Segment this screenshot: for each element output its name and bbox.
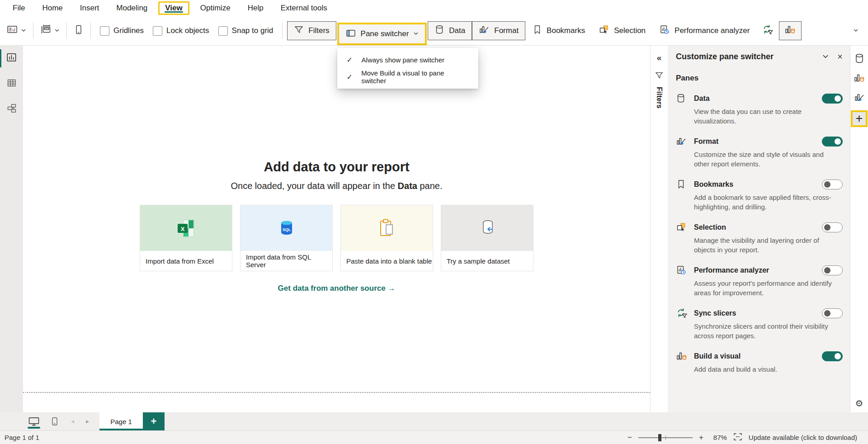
data-pane-toggle[interactable] [822, 94, 843, 104]
menu-item-file[interactable]: File [6, 2, 31, 14]
menu-item-view[interactable]: View [158, 1, 189, 15]
selection-pane-toggle[interactable] [822, 222, 843, 232]
menu-bar: File Home Insert Modeling View Optimize … [0, 0, 868, 16]
pane-item-description: Synchronize slicers and control their vi… [694, 321, 836, 340]
selection-button[interactable]: Selection [592, 21, 652, 40]
format-brush-icon [479, 24, 490, 38]
menu-item-optimize[interactable]: Optimize [194, 2, 237, 14]
card-label: Import data from SQL Server [241, 251, 332, 271]
card-label: Import data from Excel [140, 251, 232, 271]
format-brush-icon [676, 136, 688, 147]
next-page-arrow[interactable]: ► [80, 412, 95, 430]
chevron-down-icon [413, 29, 419, 38]
dropdown-item-move-build-a-visual[interactable]: ✓ Move Build a visual to pane switcher [337, 68, 478, 85]
dropdown-item-always-show-pane-switcher[interactable]: ✓ Always show pane switcher [337, 51, 478, 68]
bookmarks-button[interactable]: Bookmarks [525, 21, 592, 40]
menu-item-home[interactable]: Home [36, 2, 69, 14]
report-view-button[interactable] [3, 49, 20, 66]
format-pane-toggle[interactable] [822, 137, 843, 146]
zoom-in-button[interactable]: + [699, 434, 703, 441]
zoom-slider-thumb[interactable] [658, 434, 661, 441]
data-pane-strip-button[interactable] [852, 52, 867, 66]
build-a-visual-pane-toggle[interactable] [822, 351, 843, 361]
collapse-ribbon-chevron[interactable] [848, 24, 863, 38]
sync-slicers-pane-toggle[interactable] [822, 308, 843, 318]
sample-dataset-card[interactable]: Try a sample dataset [441, 205, 533, 271]
checkbox-box [218, 26, 228, 36]
card-label: Paste data into a blank table [341, 251, 433, 271]
page-tab[interactable]: Page 1 [99, 412, 143, 430]
import-sql-card[interactable]: SQL Import data from SQL Server [240, 205, 333, 271]
data-pane-toggle-button[interactable]: Data [428, 21, 472, 40]
mobile-view-button[interactable] [44, 412, 65, 430]
bookmarks-pane-toggle[interactable] [822, 179, 843, 189]
themes-button[interactable]: Aa [5, 23, 28, 39]
paste-data-card[interactable]: Paste data into a blank table [340, 205, 433, 271]
update-available-link[interactable]: Update available (click to download) [749, 434, 857, 441]
pane-item-name: Sync slicers [694, 309, 822, 317]
menu-item-modeling[interactable]: Modeling [110, 2, 154, 14]
lock-objects-checkbox[interactable]: Lock objects [153, 26, 209, 36]
table-view-button[interactable] [3, 75, 20, 92]
pane-item-name: Performance analyzer [694, 266, 822, 274]
card-label: Try a sample dataset [441, 251, 533, 271]
performance-analyzer-button[interactable]: Performance analyzer [652, 21, 756, 40]
filters-toggle-button[interactable]: Filters [287, 21, 336, 40]
zoom-out-button[interactable]: − [627, 434, 632, 441]
clipboard-icon [341, 205, 433, 251]
panel-collapse-chevron-icon[interactable] [822, 53, 829, 60]
pane-item-description: View the data you can use to create visu… [694, 107, 836, 126]
canvas-title: Add data to your report [264, 160, 409, 175]
powerbi-window: File Home Insert Modeling View Optimize … [0, 0, 868, 444]
selection-label: Selection [614, 26, 646, 35]
zoom-slider[interactable] [638, 437, 693, 438]
build-a-visual-strip-button[interactable] [852, 71, 867, 85]
panel-close-icon[interactable]: × [837, 52, 843, 61]
pane-item-build-a-visual: Build a visual Add data and build a visu… [676, 351, 843, 374]
mobile-layout-button[interactable] [71, 23, 86, 39]
ribbon-divider [66, 23, 67, 39]
selection-cursor-icon [676, 222, 688, 233]
add-pane-button[interactable]: + [851, 110, 868, 127]
new-page-button[interactable]: + [143, 412, 165, 430]
pane-switcher-button[interactable]: Pane switcher [339, 24, 425, 43]
format-pane-strip-button[interactable] [852, 91, 867, 104]
page-view-icon [40, 24, 52, 38]
get-data-other-source-link[interactable]: Get data from another source → [278, 284, 396, 293]
model-view-button[interactable] [3, 100, 20, 117]
format-pane-toggle-button[interactable]: Format [472, 21, 525, 40]
gridlines-checkbox[interactable]: Gridlines [100, 26, 144, 36]
fit-to-page-icon[interactable] [733, 433, 742, 442]
customize-pane-switcher-panel: Customize pane switcher × Panes Data Vie… [668, 46, 850, 412]
ribbon-divider [90, 23, 91, 39]
data-label: Data [449, 26, 465, 35]
status-bar: Page 1 of 1 − + 87% Update available (cl… [0, 430, 868, 444]
performance-analyzer-pane-toggle[interactable] [822, 265, 843, 275]
build-a-visual-icon [676, 351, 688, 362]
filter-funnel-icon[interactable] [655, 71, 664, 82]
expand-filters-chevrons-icon[interactable]: « [657, 53, 662, 63]
page-boundary-dotted-line [23, 392, 650, 393]
build-a-visual-button[interactable] [779, 21, 802, 40]
subtitle-prefix: Once loaded, your data will appear in th… [231, 181, 397, 191]
filters-pane-label[interactable]: Filters [655, 87, 663, 109]
zoom-level[interactable]: 87% [710, 434, 727, 441]
checkmark-icon: ✓ [347, 73, 355, 81]
plus-icon: + [151, 416, 157, 427]
settings-gear-icon[interactable]: ⚙ [855, 398, 863, 409]
menu-item-external-tools[interactable]: External tools [274, 2, 334, 14]
menu-item-insert[interactable]: Insert [74, 2, 106, 14]
previous-page-arrow[interactable]: ◄ [65, 412, 80, 430]
canvas-subtitle: Once loaded, your data will appear in th… [231, 181, 442, 191]
bookmarks-label: Bookmarks [547, 26, 585, 35]
sync-slicers-button[interactable] [756, 21, 779, 40]
desktop-view-button[interactable] [24, 412, 44, 430]
import-excel-card[interactable]: X Import data from Excel [140, 205, 232, 271]
zoom-slider-center-tick [665, 435, 666, 440]
sample-dataset-icon [441, 205, 533, 251]
page-view-button[interactable] [38, 23, 62, 39]
filters-pane-collapsed: « Filters [650, 46, 668, 412]
performance-analyzer-label: Performance analyzer [675, 26, 750, 35]
snap-to-grid-checkbox[interactable]: Snap to grid [218, 26, 274, 36]
menu-item-help[interactable]: Help [241, 2, 270, 14]
